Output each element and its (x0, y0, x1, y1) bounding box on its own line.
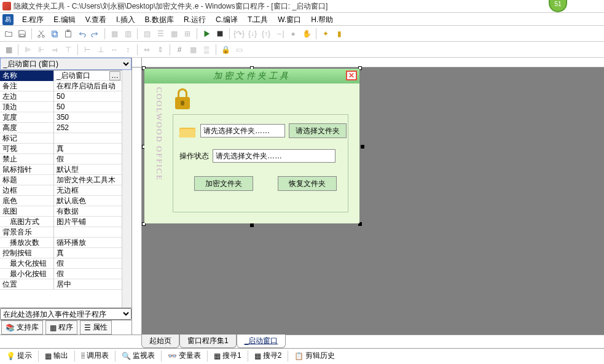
restore-button[interactable]: 恢复文件夹 (278, 176, 337, 191)
object-selector[interactable]: _启动窗口 (窗口) (0, 58, 131, 70)
output-debug-button[interactable]: ⦙⦙⦙调用表 (79, 349, 111, 362)
output-clip-button[interactable]: 📋剪辑历史 (292, 349, 337, 362)
step-out-icon[interactable]: {↑} (260, 28, 272, 40)
grid-btn-3[interactable]: ▒ (200, 44, 213, 56)
property-value[interactable]: 假 (54, 258, 122, 269)
property-value[interactable]: 默认型 (54, 165, 122, 175)
property-row[interactable]: 名称_启动窗口… (0, 71, 122, 81)
property-value[interactable]: _启动窗口 (54, 71, 109, 81)
same-width-icon[interactable]: ↔ (108, 44, 120, 56)
copy-icon[interactable] (49, 28, 61, 40)
align-top-icon[interactable]: ⊤ (62, 44, 74, 56)
folder-path-input[interactable]: 请先选择文件夹…… (200, 124, 285, 137)
menu-help[interactable]: H.帮助 (306, 13, 338, 25)
tab-support-lib[interactable]: 📚支持库 (1, 320, 43, 335)
property-value[interactable]: 在程序启动后自动 (54, 81, 122, 91)
menu-window[interactable]: W.窗口 (273, 13, 306, 25)
output-var-button[interactable]: 👓变量表 (165, 349, 203, 362)
menu-edit[interactable]: E.编辑 (49, 13, 80, 25)
grid-btn-2[interactable]: ▦ (187, 44, 199, 56)
run-to-icon[interactable]: →| (273, 28, 286, 40)
form-close-button[interactable]: ✕ (346, 71, 357, 80)
cut-icon[interactable] (35, 28, 47, 40)
property-value[interactable]: 假 (54, 154, 122, 165)
tab-start-page[interactable]: 起始页 (141, 335, 179, 348)
property-value[interactable]: 真 (54, 144, 122, 154)
property-row[interactable]: 位置居中 (0, 279, 122, 290)
property-value[interactable]: 50 (54, 92, 122, 101)
align-middle-icon[interactable]: ⊢ (81, 44, 93, 56)
status-textbox[interactable]: 请先选择文件夹…… (213, 149, 335, 163)
property-row[interactable]: 背景音乐 (0, 227, 122, 238)
tab-properties[interactable]: ☰属性 (80, 320, 112, 335)
property-row[interactable]: 播放次数循环播放 (0, 238, 122, 248)
property-value[interactable]: 50 (54, 103, 122, 111)
menu-compile[interactable]: C.编译 (211, 13, 243, 25)
property-row[interactable]: 高度252 (0, 123, 122, 133)
property-value[interactable]: 加密文件夹工具木 (54, 175, 122, 185)
property-row[interactable]: 宽度350 (0, 112, 122, 123)
output-search1-button[interactable]: ▦搜寻1 (211, 349, 244, 362)
grid-btn-1[interactable]: # (173, 44, 186, 56)
lock-btn-icon[interactable]: 🔒 (219, 44, 232, 56)
toolbar-btn-a[interactable]: ▦ (108, 28, 120, 40)
toolbar-btn-d[interactable]: ☰ (154, 28, 167, 40)
property-value[interactable]: 真 (54, 248, 122, 258)
property-row[interactable]: 顶边50 (0, 102, 122, 112)
output-tip-button[interactable]: 💡提示 (4, 349, 34, 362)
select-folder-button[interactable]: 请选择文件夹 (289, 123, 347, 138)
align-center-h-icon[interactable]: ⊩ (35, 44, 47, 56)
output-watch-button[interactable]: 🔍监视表 (119, 349, 157, 362)
align-right-icon[interactable]: ⫤ (49, 44, 61, 56)
property-value[interactable]: 无边框 (54, 185, 122, 196)
open-icon[interactable] (2, 28, 15, 40)
run-icon[interactable] (200, 28, 213, 40)
encrypt-button[interactable]: 加密文件夹 (194, 176, 253, 191)
property-row[interactable]: 边框无边框 (0, 185, 122, 196)
selection-handle[interactable] (250, 223, 254, 227)
align-btn-1[interactable]: ▦ (2, 44, 15, 56)
tool-wand-icon[interactable]: ✦ (320, 28, 332, 40)
property-value[interactable]: 图片平铺 (54, 217, 122, 227)
layout-btn-icon[interactable]: ▭ (233, 44, 245, 56)
step-into-icon[interactable]: {↓} (246, 28, 259, 40)
property-row[interactable]: 禁止假 (0, 154, 122, 165)
property-row[interactable]: 标记 (0, 133, 122, 144)
menu-program[interactable]: E.程序 (17, 13, 49, 25)
event-selector[interactable]: 在此处选择加入事件处理子程序 (0, 308, 131, 320)
property-row[interactable]: 底色默认底色 (0, 196, 122, 206)
paste-icon[interactable] (62, 28, 74, 40)
redo-icon[interactable] (89, 28, 101, 40)
property-value[interactable]: 有数据 (54, 206, 122, 217)
property-value[interactable]: 居中 (54, 279, 122, 290)
toolbar-btn-e[interactable]: ▦ (168, 28, 180, 40)
distribute-h-icon[interactable]: ⇔ (141, 44, 153, 56)
property-row[interactable]: 底图有数据 (0, 206, 122, 217)
toolbar-btn-f[interactable]: ⊞ (181, 28, 194, 40)
property-row[interactable]: 备注在程序启动后自动 (0, 81, 122, 91)
property-row[interactable]: 标题加密文件夹工具木 (0, 175, 122, 185)
design-form[interactable]: 加密文件夹工具 ✕ COOLWOOD OFFICE 请先选择文件夹…… 请选择文… (144, 69, 359, 223)
form-designer-canvas[interactable]: 加密文件夹工具 ✕ COOLWOOD OFFICE 请先选择文件夹…… 请选择文… (132, 58, 604, 335)
properties-scrollbar[interactable] (122, 70, 131, 308)
output-out-button[interactable]: ▦输出 (42, 349, 71, 362)
toolbar-btn-b[interactable]: ▥ (122, 28, 134, 40)
property-row[interactable]: 控制按钮真 (0, 248, 122, 258)
output-search2-button[interactable]: ▦搜寻2 (252, 349, 284, 362)
properties-grid[interactable]: 名称_启动窗口…备注在程序启动后自动左边50顶边50宽度350高度252标记可视… (0, 70, 122, 308)
property-row[interactable]: 鼠标指针默认型 (0, 165, 122, 175)
tab-program-set[interactable]: 窗口程序集1 (179, 335, 237, 348)
tab-program[interactable]: ▦程序 (45, 320, 77, 335)
toolbar-btn-c[interactable]: ▤ (141, 28, 153, 40)
property-value[interactable]: 350 (54, 113, 122, 122)
breakpoint-icon[interactable]: ● (287, 28, 299, 40)
tab-startup-window[interactable]: _启动窗口 (237, 335, 286, 348)
property-ellipsis-button[interactable]: … (109, 71, 120, 80)
property-value[interactable]: 循环播放 (54, 238, 122, 248)
property-value[interactable]: 默认底色 (54, 196, 122, 206)
align-left-icon[interactable]: ⊫ (22, 44, 34, 56)
menu-run[interactable]: R.运行 (179, 13, 211, 25)
property-value[interactable]: 假 (54, 269, 122, 279)
stop-icon[interactable] (214, 28, 226, 40)
step-over-icon[interactable]: {↷} (233, 28, 245, 40)
